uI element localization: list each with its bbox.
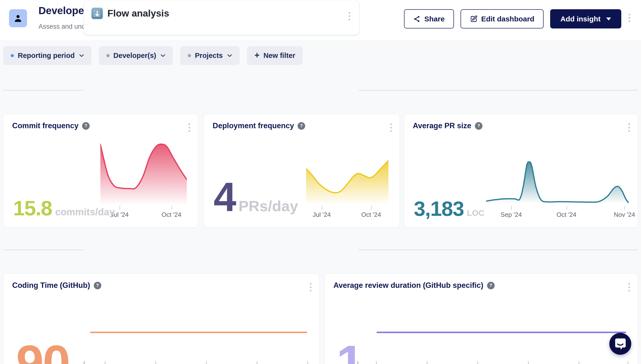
header-kebab-menu[interactable]: [627, 13, 631, 23]
x-tick-mark: [566, 206, 567, 210]
card-average-pr-size: Average PR size ? Sep '24Oct '24Nov '24 …: [404, 114, 638, 228]
x-axis: [325, 361, 638, 364]
section-header: ⬇️ Flow analysis: [84, 0, 359, 19]
kebab-dot: [349, 12, 350, 14]
chevron-down-icon: [227, 54, 232, 57]
share-label: Share: [424, 15, 444, 23]
share-button[interactable]: Share: [404, 9, 454, 28]
kebab-dot: [628, 130, 630, 132]
coding-time-flatline-chart: [90, 332, 307, 333]
x-axis: Jul '24Oct '24: [306, 206, 389, 220]
new-filter-label: New filter: [263, 52, 295, 60]
x-tick-mark: [322, 206, 322, 210]
kebab-dot: [628, 20, 630, 22]
kebab-dot: [349, 19, 350, 20]
x-axis: [4, 361, 319, 364]
metric-readout: 3,183 LOC: [414, 198, 484, 219]
card-title: Average PR size: [413, 122, 471, 130]
x-tick-mark: [257, 361, 257, 364]
filter-label: Developer(s): [114, 52, 156, 60]
card-commit-frequency: Commit frequency ? Jul '24Oct '24 15.8 c…: [3, 114, 198, 228]
chat-launcher-button[interactable]: [609, 333, 631, 355]
card-title: Commit frequency: [12, 122, 78, 130]
filter-label: Reporting period: [18, 52, 75, 60]
add-insight-button[interactable]: Add insight: [550, 9, 621, 28]
x-tick-mark: [358, 361, 358, 364]
kebab-dot: [628, 17, 630, 19]
x-tick-mark: [624, 206, 625, 210]
card-title: Coding Time (GitHub): [12, 281, 90, 290]
edit-icon: [470, 15, 478, 23]
metric-value: 1: [336, 338, 363, 364]
x-tick-mark: [105, 361, 105, 364]
kebab-dot: [628, 14, 630, 15]
help-icon[interactable]: ?: [94, 282, 101, 289]
chevron-down-icon: [160, 54, 165, 57]
x-tick-mark: [511, 206, 512, 210]
dashboard-page: Developer summary Assess and understand …: [0, 0, 641, 364]
filter-dot: [106, 54, 110, 57]
section-divider: [359, 90, 638, 90]
card-kebab-menu[interactable]: [627, 282, 631, 292]
x-tick-mark: [155, 361, 156, 364]
x-tick-mark: [528, 361, 529, 364]
filter-dot: [188, 54, 191, 57]
x-tick-label: Oct '24: [361, 211, 381, 218]
card-coding-time: Coding Time (GitHub) ? 90: [3, 274, 319, 364]
filter-label: Projects: [195, 52, 223, 60]
section-divider: [3, 250, 84, 250]
card-header: Commit frequency ?: [12, 122, 90, 130]
help-icon[interactable]: ?: [82, 122, 90, 130]
section-divider: [359, 250, 638, 250]
x-tick-mark: [371, 206, 372, 210]
x-axis: Sep '24Oct '24Nov '24: [486, 206, 628, 220]
kebab-dot: [628, 123, 630, 125]
review-duration-flatline-chart: [377, 332, 626, 333]
section-flow-analysis: ⬇️ Flow analysis: [84, 0, 359, 35]
x-tick-mark: [427, 361, 427, 364]
card-header: Average PR size ?: [413, 122, 482, 130]
add-insight-label: Add insight: [560, 15, 600, 23]
edit-dashboard-button[interactable]: Edit dashboard: [461, 9, 544, 28]
x-tick-label: Jul '24: [313, 211, 331, 218]
x-tick-label: Oct '24: [556, 211, 576, 218]
x-tick-mark: [307, 361, 308, 364]
metric-readout: 15.8 commits/day: [13, 198, 115, 218]
filter-developers[interactable]: Developer(s): [99, 46, 173, 65]
kebab-dot: [628, 127, 630, 128]
metric-value: 90: [16, 338, 69, 364]
metric-value: 3,183: [414, 198, 464, 219]
kebab-dot: [390, 130, 392, 132]
x-tick-mark: [627, 361, 628, 364]
kebab-dot: [310, 290, 311, 292]
card-kebab-menu[interactable]: [309, 282, 312, 292]
x-tick-label: Sep '24: [500, 211, 522, 218]
filter-projects[interactable]: Projects: [180, 46, 239, 65]
card-header: Average review duration (GitHub specific…: [334, 281, 495, 290]
filter-reporting-period[interactable]: Reporting period: [3, 46, 92, 65]
card-kebab-menu[interactable]: [627, 122, 631, 133]
avatar: [9, 9, 27, 27]
x-tick-mark: [171, 206, 172, 210]
section-kebab-menu[interactable]: [348, 11, 351, 22]
help-icon[interactable]: ?: [475, 122, 482, 130]
average-pr-size-sparkline: [486, 159, 628, 206]
card-deployment-frequency: Deployment frequency ? Jul '24Oct '24 4 …: [204, 114, 400, 228]
kebab-dot: [310, 286, 311, 288]
card-average-review-duration: Average review duration (GitHub specific…: [325, 274, 638, 364]
metric-unit: commits/day: [55, 206, 115, 218]
card-kebab-menu[interactable]: [188, 122, 191, 133]
kebab-dot: [390, 127, 392, 128]
card-kebab-menu[interactable]: [389, 122, 393, 133]
plus-icon: +: [254, 51, 260, 60]
x-tick-label: Nov '24: [614, 211, 635, 218]
down-arrow-emoji-icon: ⬇️: [91, 8, 103, 19]
new-filter-button[interactable]: + New filter: [247, 46, 303, 65]
x-tick-mark: [579, 361, 579, 364]
help-icon[interactable]: ?: [298, 122, 305, 130]
x-tick-mark: [120, 206, 120, 210]
metric-readout: 4 PRs/day: [214, 177, 298, 218]
card-header: Deployment frequency ?: [213, 122, 305, 130]
help-icon[interactable]: ?: [487, 282, 495, 289]
section-divider: [3, 90, 84, 90]
